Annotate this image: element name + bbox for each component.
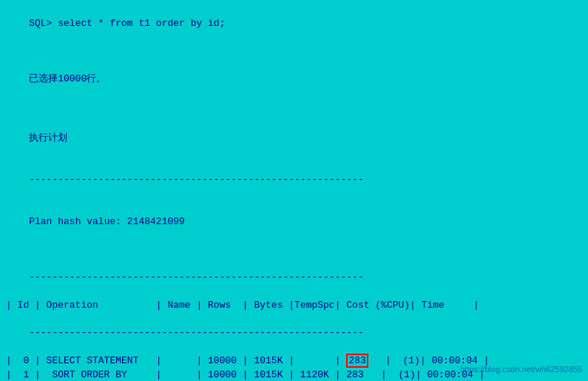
- cost-highlight: 283: [346, 354, 368, 368]
- blank-line-3: [6, 243, 582, 257]
- blank-line-2: [6, 101, 582, 115]
- plan-hash: Plan hash value: 2148421099: [6, 201, 582, 243]
- blank-line-1: [6, 45, 582, 59]
- exec-plan-label: 执行计划: [6, 118, 582, 160]
- divider-1: ----------------------------------------…: [6, 159, 582, 201]
- divider-2: ----------------------------------------…: [6, 257, 582, 299]
- watermark: https://blog.csdn.net/wh62592855: [460, 365, 582, 374]
- result-message: 已选择10000行。: [6, 58, 582, 101]
- table-header: | Id | Operation | Name | Rows | Bytes |…: [6, 299, 582, 313]
- terminal: SQL> select * from t1 order by id; 已选择10…: [0, 0, 588, 381]
- divider-3: ----------------------------------------…: [6, 313, 582, 355]
- sql-prompt: SQL> select * from t1 order by id;: [6, 3, 582, 45]
